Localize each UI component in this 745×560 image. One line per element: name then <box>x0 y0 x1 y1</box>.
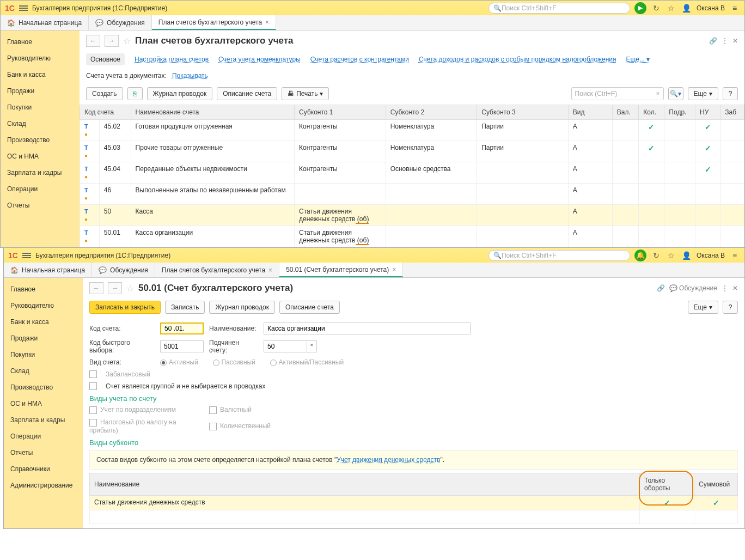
subkonto-row[interactable]: Статьи движения денежных средств ✓ ✓ <box>90 495 738 510</box>
sidebar-item[interactable]: Руководителю <box>4 297 83 314</box>
tab-discussions[interactable]: 💬 Обсуждения <box>92 263 155 277</box>
journal-button[interactable]: Журнал проводок <box>209 301 275 314</box>
forward-button[interactable]: → <box>108 282 122 294</box>
sidebar-item[interactable]: Справочники <box>4 461 83 477</box>
sidebar-item[interactable]: Склад <box>1 115 80 132</box>
menu-icon[interactable] <box>19 5 28 11</box>
sidebar-item[interactable]: Производство <box>4 379 83 395</box>
subnav-income[interactable]: Счета доходов и расходов с особым порядк… <box>419 56 616 63</box>
col-s3[interactable]: Субконто 3 <box>477 105 569 120</box>
more-icon[interactable]: ≡ <box>729 250 740 261</box>
history-icon[interactable]: ↻ <box>651 3 662 14</box>
col-vid[interactable]: Вид <box>568 105 612 120</box>
sidebar-item[interactable]: Производство <box>1 132 80 148</box>
user-icon[interactable]: 👤 <box>681 250 692 261</box>
fav-icon[interactable]: ☆ <box>123 36 131 46</box>
subcol-sum[interactable]: Суммовой <box>694 473 738 495</box>
sidebar-item[interactable]: Банк и касса <box>4 314 83 330</box>
help-button[interactable]: ? <box>723 87 738 100</box>
tab-discussions[interactable]: 💬 Обсуждения <box>89 15 152 30</box>
search-input[interactable]: 🔍 Поиск Ctrl+Shift+F <box>488 3 630 14</box>
col-zab[interactable]: Заб <box>720 105 744 120</box>
tab-plan[interactable]: План счетов бухгалтерского учета × <box>155 263 279 277</box>
sidebar-item[interactable]: Операции <box>4 428 83 445</box>
subnav-nomenclature[interactable]: Счета учета номенклатуры <box>218 56 301 63</box>
sidebar-item[interactable]: Отчеты <box>1 197 80 214</box>
sidebar-item[interactable]: Продажи <box>4 330 83 346</box>
tab-home[interactable]: 🏠 Начальная страница <box>4 263 92 277</box>
kebab-icon[interactable]: ⋮ <box>722 284 728 292</box>
sidebar-item[interactable]: Администрирование <box>4 477 83 494</box>
cb-group[interactable] <box>89 382 97 390</box>
sidebar-item[interactable]: Покупки <box>4 346 83 363</box>
sidebar-item[interactable]: Главное <box>4 281 83 297</box>
save-button[interactable]: Записать <box>165 301 205 314</box>
table-row[interactable]: ●45.02Готовая продукция отгруженнаяКонтр… <box>80 120 744 141</box>
link-icon[interactable]: 🔗 <box>709 37 717 45</box>
subnav-settings[interactable]: Настройка плана счетов <box>135 56 209 63</box>
parent-field[interactable] <box>264 340 307 352</box>
forward-button[interactable]: → <box>105 35 119 47</box>
subcol-name[interactable]: Наименование <box>90 473 640 495</box>
run-icon[interactable]: ▶ <box>634 2 646 14</box>
back-button[interactable]: ← <box>89 282 103 294</box>
table-row[interactable]: ●50КассаСтатьи движения денежных средств… <box>80 205 744 226</box>
clear-icon[interactable]: × <box>656 90 660 98</box>
fav-icon[interactable]: ☆ <box>126 283 134 294</box>
more-button[interactable]: Еще ▾ <box>688 87 718 100</box>
help-button[interactable]: ? <box>723 301 738 314</box>
history-icon[interactable]: ↻ <box>651 250 662 261</box>
close-icon[interactable]: × <box>392 266 396 273</box>
menu-icon[interactable] <box>22 253 31 258</box>
col-kol[interactable]: Кол. <box>639 105 664 120</box>
table-row[interactable]: ●50.01Касса организацииСтатьи движения д… <box>80 226 744 247</box>
sidebar-item[interactable]: ОС и НМА <box>1 148 80 165</box>
col-name[interactable]: Наименование счета <box>131 105 294 120</box>
close-page-icon[interactable]: ✕ <box>732 37 738 45</box>
tab-account[interactable]: 50.01 (Счет бухгалтерского учета) × <box>279 263 403 277</box>
close-icon[interactable]: × <box>265 19 269 26</box>
sidebar-item[interactable]: Склад <box>4 363 83 379</box>
col-val[interactable]: Вал. <box>612 105 639 120</box>
subnav-main[interactable]: Основное <box>86 53 125 65</box>
sidebar-item[interactable]: Зарплата и кадры <box>1 165 80 181</box>
more-button[interactable]: Еще ▾ <box>688 301 718 314</box>
more-icon[interactable]: ≡ <box>729 3 740 14</box>
sidebar-item[interactable]: Операции <box>1 181 80 197</box>
disc-button[interactable]: 💬 Обсуждение <box>669 284 717 292</box>
back-button[interactable]: ← <box>86 35 100 47</box>
sidebar-item[interactable]: ОС и НМА <box>4 395 83 412</box>
tab-home[interactable]: 🏠 Начальная страница <box>1 15 89 30</box>
subcol-ob[interactable]: Только обороты <box>640 473 694 495</box>
desc-button[interactable]: Описание счета <box>217 87 277 100</box>
desc-button[interactable]: Описание счета <box>279 301 340 314</box>
search-input[interactable]: 🔍 Поиск Ctrl+Shift+F <box>488 250 630 261</box>
copy-button[interactable]: ⎘ <box>127 87 143 100</box>
name-field[interactable] <box>264 322 471 334</box>
close-page-icon[interactable]: ✕ <box>732 284 738 292</box>
tab-plan[interactable]: План счетов бухгалтерского учета × <box>152 15 276 30</box>
open-parent-icon[interactable]: ▫ <box>307 340 317 352</box>
journal-button[interactable]: Журнал проводок <box>147 87 213 100</box>
col-code[interactable]: Код счета <box>80 105 131 120</box>
col-podr[interactable]: Подр. <box>664 105 695 120</box>
col-s2[interactable]: Субконто 2 <box>386 105 477 120</box>
bell-icon[interactable]: 🔔 <box>634 249 646 261</box>
kebab-icon[interactable]: ⋮ <box>722 37 728 45</box>
print-button[interactable]: 🖶 Печать ▾ <box>282 87 329 100</box>
table-row[interactable]: ●46Выполненные этапы по незавершенным ра… <box>80 184 744 205</box>
star-icon[interactable]: ☆ <box>666 3 677 14</box>
create-button[interactable]: Создать <box>86 87 123 100</box>
code-field[interactable] <box>160 322 204 334</box>
table-search[interactable]: Поиск (Ctrl+F)× <box>571 87 664 100</box>
docs-link[interactable]: Показывать <box>172 72 208 80</box>
user-icon[interactable]: 👤 <box>681 3 692 14</box>
info-link[interactable]: Учет движения денежных средств <box>337 456 440 464</box>
sidebar-item[interactable]: Банк и касса <box>1 66 80 83</box>
sidebar-item[interactable]: Продажи <box>1 83 80 99</box>
link-icon[interactable]: 🔗 <box>657 284 665 292</box>
save-close-button[interactable]: Записать и закрыть <box>89 301 161 314</box>
filter-button[interactable]: 🔍▾ <box>668 87 683 100</box>
star-icon[interactable]: ☆ <box>666 250 677 261</box>
fast-field[interactable] <box>160 340 204 352</box>
